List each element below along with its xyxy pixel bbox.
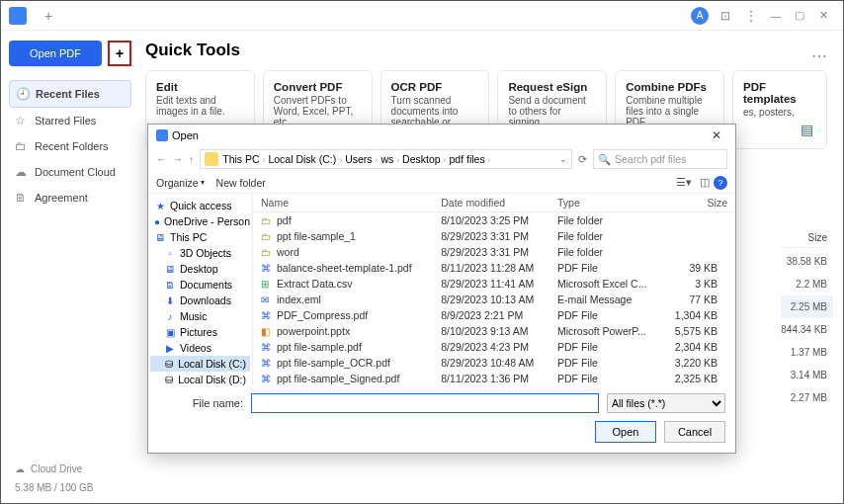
column-header[interactable]: Type bbox=[549, 194, 662, 212]
cancel-button[interactable]: Cancel bbox=[664, 421, 725, 443]
tree-item[interactable]: 🖥This PC bbox=[150, 229, 250, 245]
file-type-icon: ◧ bbox=[261, 326, 273, 337]
organize-menu[interactable]: Organize▾ bbox=[156, 177, 205, 189]
file-row[interactable]: ⊞Extract Data.csv8/29/2023 11:41 AMMicro… bbox=[253, 276, 735, 292]
tree-item[interactable]: 🖥Desktop bbox=[150, 261, 250, 277]
tree-item-icon: 🗎 bbox=[164, 280, 176, 291]
filename-input[interactable] bbox=[251, 393, 599, 413]
file-row[interactable]: ⌘balance-sheet-template-1.pdf8/11/2023 1… bbox=[253, 260, 735, 276]
search-input[interactable]: 🔍 Search pdf files bbox=[593, 149, 727, 169]
tree-item[interactable]: ▫3D Objects bbox=[150, 245, 250, 261]
sidebar-item-agreement[interactable]: 🗎Agreement bbox=[9, 185, 131, 210]
tree-item-label: Pictures bbox=[180, 326, 217, 338]
folder-icon bbox=[205, 152, 218, 166]
file-row[interactable]: 🗀ppt file-sample_18/29/2023 3:31 PMFile … bbox=[253, 228, 735, 244]
tree-item-icon: ▣ bbox=[164, 327, 176, 338]
tree-item[interactable]: 🗎Documents bbox=[150, 277, 250, 293]
open-pdf-button[interactable]: Open PDF bbox=[9, 41, 102, 66]
user-avatar-icon[interactable]: A bbox=[691, 7, 709, 25]
file-type-filter[interactable]: All files (*.*) bbox=[607, 393, 725, 413]
sidebar-item-icon: ☆ bbox=[15, 114, 29, 127]
breadcrumb-segment[interactable]: Local Disk (C:) bbox=[268, 153, 336, 165]
new-tab-button[interactable]: + bbox=[39, 6, 58, 26]
page-title: Quick Tools bbox=[145, 41, 240, 60]
nav-forward-button[interactable]: → bbox=[173, 153, 184, 165]
file-type-icon: ⌘ bbox=[261, 342, 273, 353]
file-row-size[interactable]: 844.34 KB bbox=[781, 318, 827, 341]
file-type-icon: 🗀 bbox=[261, 231, 273, 242]
column-header[interactable]: Date modified bbox=[433, 194, 549, 212]
file-row-size[interactable]: 2.2 MB bbox=[781, 273, 827, 295]
tree-item[interactable]: ▶Videos bbox=[150, 340, 250, 356]
card-title: PDF templates bbox=[743, 81, 816, 105]
file-row-size[interactable]: 38.58 KB bbox=[781, 250, 827, 273]
card-title: Request eSign bbox=[508, 81, 596, 93]
file-row[interactable]: 🗀word8/29/2023 3:31 PMFile folder bbox=[253, 244, 735, 260]
breadcrumb-segment[interactable]: ws bbox=[380, 153, 393, 165]
tree-item[interactable]: ⛁Local Disk (C:) bbox=[150, 356, 250, 372]
sidebar-item-icon: 🕘 bbox=[16, 87, 30, 101]
sidebar-item-recent-files[interactable]: 🕘Recent Files bbox=[9, 80, 131, 108]
view-options-icon[interactable]: ☰▾ bbox=[676, 176, 692, 189]
sidebar-item-document-cloud[interactable]: ☁Document Cloud bbox=[9, 159, 131, 185]
tree-item[interactable]: ♪Music bbox=[150, 308, 250, 324]
sidebar-item-starred-files[interactable]: ☆Starred Files bbox=[9, 108, 131, 133]
sidebar-item-label: Recent Folders bbox=[35, 140, 109, 152]
open-button[interactable]: Open bbox=[595, 421, 656, 443]
card-desc: Edit texts and images in a file. bbox=[156, 95, 244, 117]
window-maximize-button[interactable]: ▢ bbox=[788, 7, 811, 25]
file-row-size[interactable]: 3.14 MB bbox=[781, 364, 827, 386]
add-file-button[interactable]: + bbox=[108, 41, 131, 66]
new-folder-button[interactable]: New folder bbox=[216, 177, 266, 189]
breadcrumb-segment[interactable]: This PC bbox=[222, 153, 259, 165]
filename-label: File name: bbox=[158, 397, 243, 409]
nav-back-button[interactable]: ← bbox=[156, 153, 167, 165]
file-row[interactable]: ⌘ppt file-sample.pdf8/29/2023 4:23 PMPDF… bbox=[253, 339, 735, 355]
search-icon: 🔍 bbox=[598, 153, 611, 166]
tree-item[interactable]: ●OneDrive - Person bbox=[150, 213, 250, 229]
tree-item[interactable]: ▣Pictures bbox=[150, 324, 250, 340]
file-open-dialog: Open ✕ ← → ↑ This PC › Local Disk (C:) ›… bbox=[147, 124, 736, 454]
tree-item-label: This PC bbox=[170, 231, 207, 243]
window-minimize-button[interactable]: — bbox=[764, 7, 788, 25]
templates-card[interactable]: PDF templateses, posters,▤ bbox=[732, 70, 827, 149]
file-row[interactable]: ✉index.eml8/29/2023 10:13 AME-mail Messa… bbox=[253, 292, 735, 307]
file-row[interactable]: ◧powerpoint.pptx8/10/2023 9:13 AMMicroso… bbox=[253, 323, 735, 339]
tree-item-icon: ▶ bbox=[164, 343, 176, 354]
sidebar-item-label: Agreement bbox=[35, 192, 88, 204]
help-icon[interactable]: ? bbox=[714, 176, 727, 190]
more-menu-icon[interactable]: ⋮ bbox=[742, 7, 760, 25]
tree-item[interactable]: ★Quick access bbox=[150, 198, 250, 213]
refresh-button[interactable]: ⟳ bbox=[578, 153, 587, 166]
cloud-drive-link[interactable]: ☁Cloud Drive bbox=[9, 460, 131, 478]
column-header[interactable]: Name bbox=[253, 194, 433, 212]
file-row[interactable]: ⌘ppt file-sample_Signed.pdf8/11/2023 1:3… bbox=[253, 371, 735, 385]
tree-item-label: Music bbox=[180, 310, 207, 322]
file-row[interactable]: ⌘ppt file-sample_OCR.pdf8/29/2023 10:48 … bbox=[253, 355, 735, 371]
file-row[interactable]: 🗀pdf8/10/2023 3:25 PMFile folder bbox=[253, 212, 735, 229]
column-header[interactable]: Size bbox=[662, 194, 735, 212]
file-row-size[interactable]: 2.27 MB bbox=[781, 386, 827, 409]
dialog-close-button[interactable]: ✕ bbox=[706, 128, 727, 142]
file-row-size[interactable]: 2.25 MB bbox=[781, 295, 833, 318]
breadcrumb-segment[interactable]: Desktop bbox=[402, 153, 441, 165]
file-list: NameDate modifiedTypeSize 🗀pdf8/10/2023 … bbox=[253, 194, 735, 385]
tree-item[interactable]: ⬇Downloads bbox=[150, 293, 250, 308]
address-breadcrumb[interactable]: This PC › Local Disk (C:) › Users › ws ›… bbox=[200, 149, 572, 169]
breadcrumb-segment[interactable]: pdf files bbox=[449, 153, 484, 165]
nav-up-button[interactable]: ↑ bbox=[189, 153, 194, 165]
tree-item-label: Local Disk (C:) bbox=[178, 358, 246, 370]
breadcrumb-segment[interactable]: Users bbox=[345, 153, 372, 165]
feedback-icon[interactable]: ⊡ bbox=[717, 7, 734, 25]
tree-item-label: Videos bbox=[180, 342, 211, 354]
tree-item[interactable]: ⛁Local Disk (D:) bbox=[150, 372, 250, 385]
quick-tools-more-icon[interactable]: ⋯ bbox=[811, 46, 827, 65]
window-close-button[interactable]: ✕ bbox=[811, 7, 835, 25]
path-dropdown-icon[interactable]: ⌄ bbox=[559, 154, 567, 164]
preview-pane-icon[interactable]: ◫ bbox=[700, 176, 710, 189]
file-row[interactable]: ⌘PDF_Compress.pdf8/9/2023 2:21 PMPDF Fil… bbox=[253, 307, 735, 323]
file-row-size[interactable]: 1.37 MB bbox=[781, 341, 827, 364]
sidebar-item-recent-folders[interactable]: 🗀Recent Folders bbox=[9, 133, 131, 159]
tree-item-label: Desktop bbox=[180, 263, 218, 275]
tree-item-icon: ♪ bbox=[164, 311, 176, 322]
